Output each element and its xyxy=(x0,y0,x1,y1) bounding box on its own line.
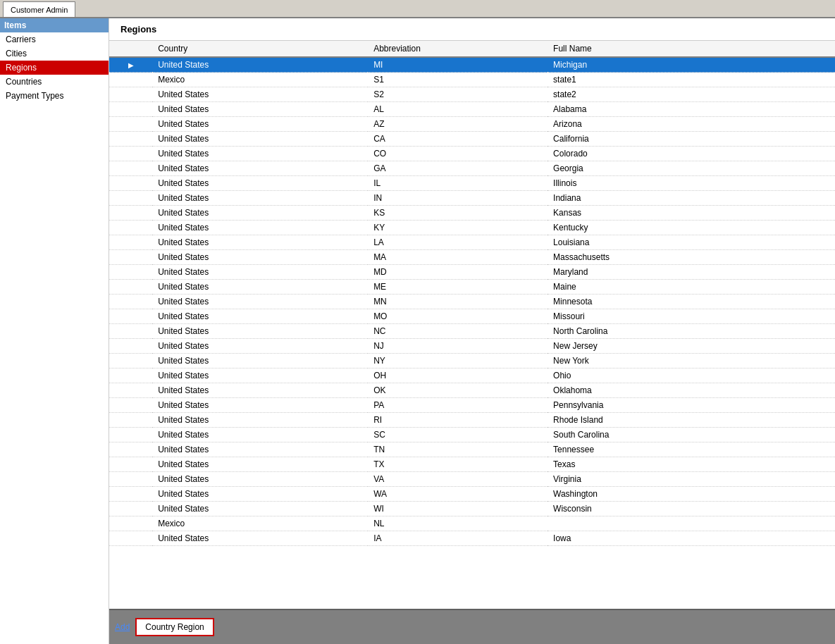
row-indicator xyxy=(109,102,152,117)
table-row[interactable]: United StatesALAlabama xyxy=(109,102,835,117)
tab-customer-admin[interactable]: Customer Admin xyxy=(3,1,75,17)
table-row[interactable]: United StatesSCSouth Carolina xyxy=(109,428,835,442)
table-row[interactable]: United StatesWAWashington xyxy=(109,487,835,502)
cell-country: Mexico xyxy=(152,516,368,531)
row-indicator xyxy=(109,87,152,102)
cell-abbreviation: IN xyxy=(368,191,548,206)
table-row[interactable]: United StatesWIWisconsin xyxy=(109,502,835,516)
regions-header: Regions xyxy=(109,18,835,41)
col-header-abbreviation: Abbreviation xyxy=(368,41,548,57)
table-row[interactable]: United StatesNYNew York xyxy=(109,354,835,369)
cell-abbreviation: TN xyxy=(368,442,548,457)
cell-fullname: North Carolina xyxy=(548,324,835,339)
sidebar-item-carriers[interactable]: Carriers xyxy=(0,32,109,47)
cell-fullname: Tennessee xyxy=(548,442,835,457)
row-indicator xyxy=(109,73,152,87)
row-indicator xyxy=(109,354,152,369)
cell-country: United States xyxy=(152,280,368,295)
main-layout: Items CarriersCitiesRegionsCountriesPaym… xyxy=(0,18,835,644)
row-indicator xyxy=(109,516,152,531)
table-row[interactable]: United StatesCACalifornia xyxy=(109,132,835,147)
table-row[interactable]: United StatesLALouisiana xyxy=(109,235,835,250)
table-row[interactable]: United StatesNJNew Jersey xyxy=(109,339,835,354)
cell-abbreviation: LA xyxy=(368,235,548,250)
cell-fullname: state1 xyxy=(548,73,835,87)
cell-fullname xyxy=(548,516,835,531)
col-header-fullname: Full Name xyxy=(548,41,835,57)
table-row[interactable]: United StatesGAGeorgia xyxy=(109,161,835,176)
cell-abbreviation: S1 xyxy=(368,73,548,87)
cell-abbreviation: MD xyxy=(368,265,548,280)
cell-country: United States xyxy=(152,57,368,73)
row-indicator xyxy=(109,398,152,413)
table-row[interactable]: United StatesVAVirginia xyxy=(109,472,835,487)
cell-abbreviation: TX xyxy=(368,457,548,472)
table-row[interactable]: United StatesTNTennessee xyxy=(109,442,835,457)
country-region-button[interactable]: Country Region xyxy=(135,618,214,636)
table-row[interactable]: United StatesIAIowa xyxy=(109,531,835,546)
cell-abbreviation: GA xyxy=(368,161,548,176)
row-indicator xyxy=(109,280,152,295)
table-row[interactable]: United StatesINIndiana xyxy=(109,191,835,206)
table-row[interactable]: MexicoNL xyxy=(109,516,835,531)
table-row[interactable]: United StatesMOMissouri xyxy=(109,309,835,324)
table-row[interactable]: United StatesCOColorado xyxy=(109,147,835,161)
row-indicator xyxy=(109,206,152,221)
sidebar-item-payment-types[interactable]: Payment Types xyxy=(0,89,109,103)
cell-fullname: Illinois xyxy=(548,176,835,191)
cell-abbreviation: S2 xyxy=(368,87,548,102)
cell-fullname: Indiana xyxy=(548,191,835,206)
cell-country: United States xyxy=(152,398,368,413)
table-row[interactable]: United StatesMNMinnesota xyxy=(109,295,835,309)
col-header-country: Country xyxy=(152,41,368,57)
table-row[interactable]: United StatesPAPennsylvania xyxy=(109,398,835,413)
table-row[interactable]: ▶United StatesMIMichigan xyxy=(109,57,835,73)
cell-country: United States xyxy=(152,442,368,457)
cell-fullname: Kansas xyxy=(548,206,835,221)
sidebar-items: CarriersCitiesRegionsCountriesPayment Ty… xyxy=(0,32,109,103)
row-indicator xyxy=(109,161,152,176)
row-indicator xyxy=(109,221,152,235)
col-indicator xyxy=(109,41,152,57)
cell-fullname: Virginia xyxy=(548,472,835,487)
table-row[interactable]: United StatesKYKentucky xyxy=(109,221,835,235)
sidebar-item-countries[interactable]: Countries xyxy=(0,75,109,89)
row-indicator xyxy=(109,132,152,147)
cell-fullname: California xyxy=(548,132,835,147)
cell-country: United States xyxy=(152,235,368,250)
table-row[interactable]: United StatesNCNorth Carolina xyxy=(109,324,835,339)
cell-fullname: Georgia xyxy=(548,161,835,176)
table-row[interactable]: United StatesMAMassachusetts xyxy=(109,250,835,265)
add-button[interactable]: Add xyxy=(115,622,130,632)
cell-country: United States xyxy=(152,487,368,502)
cell-country: United States xyxy=(152,132,368,147)
cell-abbreviation: ME xyxy=(368,280,548,295)
table-row[interactable]: United StatesMDMaryland xyxy=(109,265,835,280)
table-row[interactable]: United StatesAZArizona xyxy=(109,117,835,132)
cell-fullname: Maryland xyxy=(548,265,835,280)
table-row[interactable]: United StatesMEMaine xyxy=(109,280,835,295)
row-indicator xyxy=(109,502,152,516)
table-row[interactable]: United StatesKSKansas xyxy=(109,206,835,221)
table-row[interactable]: United StatesS2state2 xyxy=(109,87,835,102)
table-row[interactable]: United StatesOHOhio xyxy=(109,369,835,383)
cell-country: United States xyxy=(152,161,368,176)
table-row[interactable]: MexicoS1state1 xyxy=(109,73,835,87)
cell-abbreviation: OK xyxy=(368,383,548,398)
cell-abbreviation: IA xyxy=(368,531,548,546)
sidebar-item-regions[interactable]: Regions xyxy=(0,61,109,75)
table-row[interactable]: United StatesTXTexas xyxy=(109,457,835,472)
row-indicator: ▶ xyxy=(109,57,152,73)
sidebar-item-cities[interactable]: Cities xyxy=(0,47,109,61)
cell-fullname: Alabama xyxy=(548,102,835,117)
row-indicator xyxy=(109,235,152,250)
cell-fullname: Colorado xyxy=(548,147,835,161)
row-indicator xyxy=(109,176,152,191)
table-container[interactable]: Country Abbreviation Full Name ▶United S… xyxy=(109,41,835,609)
table-row[interactable]: United StatesOKOklahoma xyxy=(109,383,835,398)
table-row[interactable]: United StatesILIllinois xyxy=(109,176,835,191)
cell-abbreviation: WA xyxy=(368,487,548,502)
table-row[interactable]: United StatesRIRhode Island xyxy=(109,413,835,428)
cell-abbreviation: KY xyxy=(368,221,548,235)
cell-country: United States xyxy=(152,117,368,132)
